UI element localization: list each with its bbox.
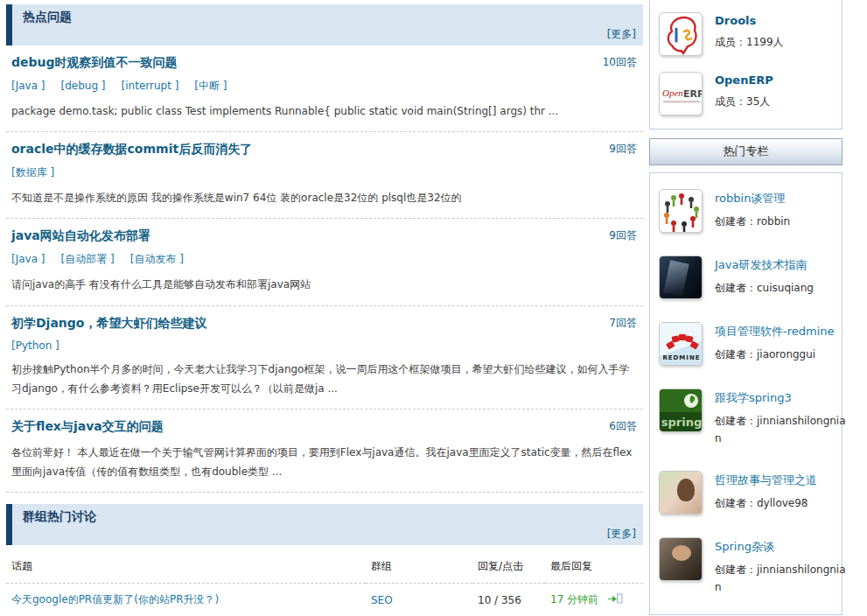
column-title-link[interactable]: 跟我学spring3 xyxy=(715,390,792,406)
question-tag[interactable]: [Python ] xyxy=(11,340,59,352)
hot-columns-header: 热门专栏 xyxy=(649,138,843,165)
question-item: oracle中的缓存数据commit后反而消失了 9回答 [数据库 ] 不知道是… xyxy=(6,132,643,219)
question-tags: [Python ] xyxy=(11,340,643,352)
question-title-link[interactable]: java网站自动化发布部署 xyxy=(11,228,150,244)
question-answer-count[interactable]: 7回答 xyxy=(609,316,643,331)
question-tag[interactable]: [数据库 ] xyxy=(11,166,54,178)
group-member-count: 成员：1199人 xyxy=(715,33,846,51)
question-tag[interactable]: [自动部署 ] xyxy=(61,253,115,265)
question-answer-count[interactable]: 9回答 xyxy=(609,228,643,243)
question-tags: [Java ][自动部署 ][自动发布 ] xyxy=(11,252,643,267)
question-head: debug时观察到值不一致问题 10回答 xyxy=(11,55,643,71)
forum-home-page: 热点问题 [更多] debug时观察到值不一致问题 10回答 [Java ][d… xyxy=(0,0,867,616)
column-title-link[interactable]: Spring杂谈 xyxy=(715,539,774,555)
java-guide-cover[interactable] xyxy=(659,256,703,299)
question-head: 初学Django，希望大虾们给些建议 7回答 xyxy=(11,316,643,332)
question-item: 初学Django，希望大虾们给些建议 7回答 [Python ] 初步接触Pyt… xyxy=(6,306,643,410)
question-item: debug时观察到值不一致问题 10回答 [Java ][debug ][int… xyxy=(6,46,643,132)
question-title-link[interactable]: debug时观察到值不一致问题 xyxy=(11,55,178,71)
question-item: 关于flex与java交互的问题 6回答 各位前辈好！ 本人最近在做一个关于输气… xyxy=(6,410,643,493)
drools-logo[interactable] xyxy=(659,12,703,56)
hot-questions-header: 热点问题 [更多] xyxy=(6,4,643,46)
svg-text:REDMINE: REDMINE xyxy=(662,354,700,361)
question-tags: [数据库 ] xyxy=(11,165,643,180)
question-answer-count[interactable]: 10回答 xyxy=(603,55,643,70)
sidebar-column-item: 哲理故事与管理之道 创建者：dyllove98 xyxy=(657,460,835,527)
svg-text:Open: Open xyxy=(662,88,683,98)
hot-columns-title: 热门专栏 xyxy=(724,144,769,158)
column-title-link[interactable]: 哲理故事与管理之道 xyxy=(715,472,817,488)
spacer xyxy=(6,493,643,504)
table-header-row: 话题 群组 回复/点击 最后回复 xyxy=(6,547,643,584)
group-discussions-header: 群组热门讨论 [更多] xyxy=(6,504,643,545)
sidebar-column-item: Spring杂谈 创建者：jinnianshilongnian xyxy=(657,527,835,609)
hot-questions-title: 热点问题 xyxy=(23,10,72,25)
girl-photo[interactable] xyxy=(659,471,703,514)
column-creator: 创建者：jinnianshilongnian xyxy=(715,561,846,597)
question-snippet: package demo.task; public class Test imp… xyxy=(11,102,643,121)
man-photo[interactable] xyxy=(659,537,703,581)
group-discussions-table: 话题 群组 回复/点击 最后回复 今天google的PR值更新了(你的站PR升没… xyxy=(6,547,643,616)
column-header-last-reply: 最后回复 xyxy=(545,547,643,584)
question-tag[interactable]: [Java ] xyxy=(11,253,45,265)
sidebar: Drools 成员：1199人 OpenERP OpenERP 成员：35人 热… xyxy=(649,0,843,616)
column-title-link[interactable]: Java研发技术指南 xyxy=(715,257,807,273)
question-tag[interactable]: [interrupt ] xyxy=(122,80,179,92)
question-answer-count[interactable]: 9回答 xyxy=(609,142,643,157)
question-head: java网站自动化发布部署 9回答 xyxy=(11,228,643,244)
table-row: 今天google的PR值更新了(你的站PR升没？) SEO 10 / 356 1… xyxy=(6,584,643,616)
group-member-count: 成员：35人 xyxy=(715,93,846,110)
column-title-link[interactable]: robbin谈管理 xyxy=(715,191,785,206)
last-reply-time-link[interactable]: 17 分钟前 xyxy=(550,593,598,606)
question-snippet: 初步接触Python半个月多的时间，今天老大让我学习下django框架，说一周后… xyxy=(11,360,643,398)
people-circle-logo[interactable] xyxy=(659,189,703,233)
column-creator: 创建者：jiaoronggui xyxy=(715,346,846,363)
sidebar-hot-columns-box: robbin谈管理 创建者：robbin Java研发技术指南 创建者：cuis… xyxy=(649,172,843,615)
group-link[interactable]: SEO xyxy=(371,594,393,606)
sidebar-column-item: robbin谈管理 创建者：robbin xyxy=(657,178,835,245)
column-title-link[interactable]: 项目管理软件-redmine xyxy=(715,324,835,340)
sidebar-groups-box: Drools 成员：1199人 OpenERP OpenERP 成员：35人 xyxy=(649,0,843,130)
question-answer-count[interactable]: 6回答 xyxy=(609,419,643,434)
question-tag[interactable]: [自动发布 ] xyxy=(130,253,184,265)
question-snippet: 各位前辈好！ 本人最近在做一个关于输气管网计算界面的项目，要用到Flex与jav… xyxy=(11,443,643,481)
column-creator: 创建者：dyllove98 xyxy=(715,494,846,512)
svg-text:ERP: ERP xyxy=(683,88,703,100)
group-discussions-title: 群组热门讨论 xyxy=(23,509,96,525)
question-title-link[interactable]: 关于flex与java交互的问题 xyxy=(11,419,164,435)
column-header-replies-clicks: 回复/点击 xyxy=(472,547,545,584)
question-head: 关于flex与java交互的问题 6回答 xyxy=(11,419,643,435)
hot-questions-more-link[interactable]: [更多] xyxy=(607,27,636,42)
redmine-logo[interactable]: REDMINE xyxy=(659,322,703,366)
goto-last-post-icon[interactable] xyxy=(607,593,623,607)
hot-questions-list: debug时观察到值不一致问题 10回答 [Java ][debug ][int… xyxy=(6,46,643,493)
question-snippet: 请问java的高手 有没有什么工具是能够自动发布和部署java网站 xyxy=(11,275,643,294)
sidebar-group-item: Drools 成员：1199人 xyxy=(657,4,835,64)
group-name-link[interactable]: Drools xyxy=(715,14,756,27)
question-snippet: 不知道是不是操作系统的原因 我的操作系统是win7 64位 装的oracle是3… xyxy=(11,188,643,207)
replies-clicks-value: 10 / 356 xyxy=(478,594,521,606)
question-tag[interactable]: [debug ] xyxy=(61,80,106,92)
question-item: java网站自动化发布部署 9回答 [Java ][自动部署 ][自动发布 ] … xyxy=(6,219,643,305)
column-creator: 创建者：robbin xyxy=(715,213,846,230)
column-header-group: 群组 xyxy=(366,547,472,584)
sidebar-group-item: OpenERP OpenERP 成员：35人 xyxy=(657,64,835,123)
group-discussions-more-link[interactable]: [更多] xyxy=(607,527,636,542)
sidebar-column-item: REDMINE 项目管理软件-redmine 创建者：jiaoronggui xyxy=(657,312,835,378)
question-tags: [Java ][debug ][interrupt ][中断 ] xyxy=(11,79,643,94)
question-head: oracle中的缓存数据commit后反而消失了 9回答 xyxy=(11,142,643,158)
question-tag[interactable]: [中断 ] xyxy=(194,80,227,92)
question-title-link[interactable]: oracle中的缓存数据commit后反而消失了 xyxy=(11,142,252,158)
openerp-logo[interactable]: OpenERP xyxy=(659,72,703,116)
question-title-link[interactable]: 初学Django，希望大虾们给些建议 xyxy=(11,316,206,332)
svg-text:spring: spring xyxy=(661,416,702,429)
topic-link[interactable]: 今天google的PR值更新了(你的站PR升没？) xyxy=(11,593,219,606)
sidebar-column-item: Java研发技术指南 创建者：cuisuqiang xyxy=(657,245,835,312)
column-creator: 创建者：jinnianshilongnian xyxy=(715,412,846,448)
sidebar-column-item: spring 跟我学spring3 创建者：jinnianshilongnian xyxy=(657,378,835,460)
column-header-topic: 话题 xyxy=(6,547,366,584)
question-tag[interactable]: [Java ] xyxy=(11,80,45,92)
spring-logo[interactable]: spring xyxy=(659,388,703,432)
group-name-link[interactable]: OpenERP xyxy=(715,74,773,87)
main-column: 热点问题 [更多] debug时观察到值不一致问题 10回答 [Java ][d… xyxy=(6,4,643,616)
